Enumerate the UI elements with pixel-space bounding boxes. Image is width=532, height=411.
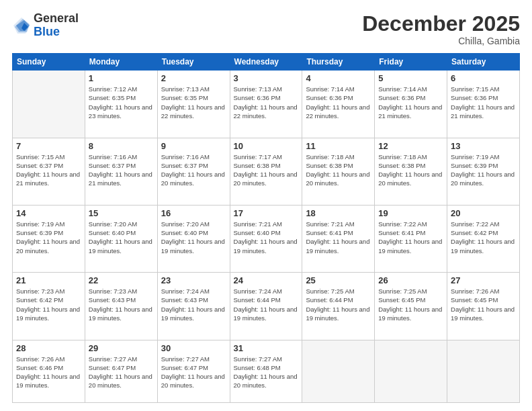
day-info: Sunrise: 7:21 AMSunset: 6:41 PMDaylight:… [306,220,371,255]
day-info: Sunrise: 7:16 AMSunset: 6:37 PMDaylight:… [161,152,226,188]
day-info: Sunrise: 7:13 AMSunset: 6:36 PMDaylight:… [234,85,299,120]
subtitle: Chilla, Gambia [362,36,520,46]
day-info: Sunrise: 7:15 AMSunset: 6:37 PMDaylight:… [16,152,81,188]
day-number: 3 [234,73,299,83]
calendar-cell: 25 Sunrise: 7:25 AMSunset: 6:44 PMDaylig… [302,273,375,340]
day-number: 27 [451,275,516,285]
weekday-header-friday: Friday [375,54,447,71]
calendar-cell: 16 Sunrise: 7:20 AMSunset: 6:40 PMDaylig… [157,205,230,272]
calendar-cell: 28 Sunrise: 7:26 AMSunset: 6:46 PMDaylig… [13,340,85,403]
day-info: Sunrise: 7:24 AMSunset: 6:43 PMDaylight:… [161,287,226,322]
day-info: Sunrise: 7:12 AMSunset: 6:35 PMDaylight:… [89,85,154,120]
calendar-cell: 15 Sunrise: 7:20 AMSunset: 6:40 PMDaylig… [85,205,157,272]
day-number: 31 [234,343,299,353]
weekday-header-saturday: Saturday [447,54,520,71]
calendar-cell: 26 Sunrise: 7:25 AMSunset: 6:45 PMDaylig… [375,273,447,340]
day-number: 8 [89,141,154,151]
calendar-cell: 7 Sunrise: 7:15 AMSunset: 6:37 PMDayligh… [13,138,85,205]
weekday-header-monday: Monday [85,54,157,71]
calendar-cell: 19 Sunrise: 7:22 AMSunset: 6:41 PMDaylig… [375,205,447,272]
calendar-cell: 27 Sunrise: 7:26 AMSunset: 6:45 PMDaylig… [447,273,520,340]
day-info: Sunrise: 7:27 AMSunset: 6:48 PMDaylight:… [234,355,299,390]
day-number: 25 [306,275,371,285]
day-info: Sunrise: 7:19 AMSunset: 6:39 PMDaylight:… [451,152,516,188]
weekday-header-row: SundayMondayTuesdayWednesdayThursdayFrid… [13,54,520,71]
calendar-cell: 13 Sunrise: 7:19 AMSunset: 6:39 PMDaylig… [447,138,520,205]
calendar-cell: 30 Sunrise: 7:27 AMSunset: 6:47 PMDaylig… [157,340,230,403]
calendar-cell: 2 Sunrise: 7:13 AMSunset: 6:35 PMDayligh… [157,71,230,138]
logo: General Blue [12,12,79,39]
day-number: 15 [89,208,154,218]
day-number: 21 [16,275,81,285]
calendar-cell: 8 Sunrise: 7:16 AMSunset: 6:37 PMDayligh… [85,138,157,205]
day-info: Sunrise: 7:26 AMSunset: 6:46 PMDaylight:… [16,355,81,390]
calendar-cell: 23 Sunrise: 7:24 AMSunset: 6:43 PMDaylig… [157,273,230,340]
calendar-cell: 5 Sunrise: 7:14 AMSunset: 6:36 PMDayligh… [375,71,447,138]
day-number: 19 [378,208,443,218]
day-info: Sunrise: 7:26 AMSunset: 6:45 PMDaylight:… [451,287,516,322]
calendar-cell: 1 Sunrise: 7:12 AMSunset: 6:35 PMDayligh… [85,71,157,138]
day-info: Sunrise: 7:23 AMSunset: 6:43 PMDaylight:… [89,287,154,322]
calendar-cell: 24 Sunrise: 7:24 AMSunset: 6:44 PMDaylig… [230,273,302,340]
day-info: Sunrise: 7:18 AMSunset: 6:38 PMDaylight:… [378,152,443,188]
day-info: Sunrise: 7:24 AMSunset: 6:44 PMDaylight:… [234,287,299,322]
day-info: Sunrise: 7:22 AMSunset: 6:41 PMDaylight:… [378,220,443,255]
day-info: Sunrise: 7:14 AMSunset: 6:36 PMDaylight:… [378,85,443,120]
calendar-cell: 3 Sunrise: 7:13 AMSunset: 6:36 PMDayligh… [230,71,302,138]
day-number: 1 [89,73,154,83]
day-number: 9 [161,141,226,151]
calendar-cell: 14 Sunrise: 7:19 AMSunset: 6:39 PMDaylig… [13,205,85,272]
day-number: 22 [89,275,154,285]
day-info: Sunrise: 7:20 AMSunset: 6:40 PMDaylight:… [89,220,154,255]
calendar-cell [302,340,375,403]
day-info: Sunrise: 7:19 AMSunset: 6:39 PMDaylight:… [16,220,81,255]
day-info: Sunrise: 7:15 AMSunset: 6:36 PMDaylight:… [451,85,516,120]
calendar-cell: 29 Sunrise: 7:27 AMSunset: 6:47 PMDaylig… [85,340,157,403]
day-info: Sunrise: 7:18 AMSunset: 6:38 PMDaylight:… [306,152,371,188]
day-info: Sunrise: 7:22 AMSunset: 6:42 PMDaylight:… [451,220,516,255]
day-number: 14 [16,208,81,218]
logo-general: General [34,11,79,25]
calendar-cell: 22 Sunrise: 7:23 AMSunset: 6:43 PMDaylig… [85,273,157,340]
day-number: 5 [378,73,443,83]
day-number: 30 [161,343,226,353]
day-number: 2 [161,73,226,83]
header: General Blue December 2025 Chilla, Gambi… [12,12,520,46]
calendar-cell [375,340,447,403]
day-number: 6 [451,73,516,83]
day-number: 20 [451,208,516,218]
day-number: 4 [306,73,371,83]
calendar-cell: 18 Sunrise: 7:21 AMSunset: 6:41 PMDaylig… [302,205,375,272]
calendar-cell: 9 Sunrise: 7:16 AMSunset: 6:37 PMDayligh… [157,138,230,205]
weekday-header-sunday: Sunday [13,54,85,71]
day-info: Sunrise: 7:14 AMSunset: 6:36 PMDaylight:… [306,85,371,120]
calendar-cell: 4 Sunrise: 7:14 AMSunset: 6:36 PMDayligh… [302,71,375,138]
day-number: 12 [378,141,443,151]
day-info: Sunrise: 7:16 AMSunset: 6:37 PMDaylight:… [89,152,154,188]
calendar-cell: 12 Sunrise: 7:18 AMSunset: 6:38 PMDaylig… [375,138,447,205]
day-info: Sunrise: 7:27 AMSunset: 6:47 PMDaylight:… [89,355,154,390]
calendar-week-3: 14 Sunrise: 7:19 AMSunset: 6:39 PMDaylig… [13,205,520,272]
title-block: December 2025 Chilla, Gambia [362,12,520,46]
calendar-week-1: 1 Sunrise: 7:12 AMSunset: 6:35 PMDayligh… [13,71,520,138]
day-number: 28 [16,343,81,353]
weekday-header-tuesday: Tuesday [157,54,230,71]
calendar-cell: 31 Sunrise: 7:27 AMSunset: 6:48 PMDaylig… [230,340,302,403]
day-number: 11 [306,141,371,151]
calendar-cell: 11 Sunrise: 7:18 AMSunset: 6:38 PMDaylig… [302,138,375,205]
calendar-cell: 6 Sunrise: 7:15 AMSunset: 6:36 PMDayligh… [447,71,520,138]
day-number: 24 [234,275,299,285]
calendar-cell: 10 Sunrise: 7:17 AMSunset: 6:38 PMDaylig… [230,138,302,205]
day-info: Sunrise: 7:17 AMSunset: 6:38 PMDaylight:… [234,152,299,188]
day-info: Sunrise: 7:23 AMSunset: 6:42 PMDaylight:… [16,287,81,322]
day-number: 10 [234,141,299,151]
day-number: 16 [161,208,226,218]
calendar-table: SundayMondayTuesdayWednesdayThursdayFrid… [12,53,520,403]
logo-icon [12,16,31,35]
page: General Blue December 2025 Chilla, Gambi… [0,0,532,411]
calendar-week-5: 28 Sunrise: 7:26 AMSunset: 6:46 PMDaylig… [13,340,520,403]
day-info: Sunrise: 7:27 AMSunset: 6:47 PMDaylight:… [161,355,226,390]
day-number: 17 [234,208,299,218]
calendar-week-2: 7 Sunrise: 7:15 AMSunset: 6:37 PMDayligh… [13,138,520,205]
day-number: 23 [161,275,226,285]
